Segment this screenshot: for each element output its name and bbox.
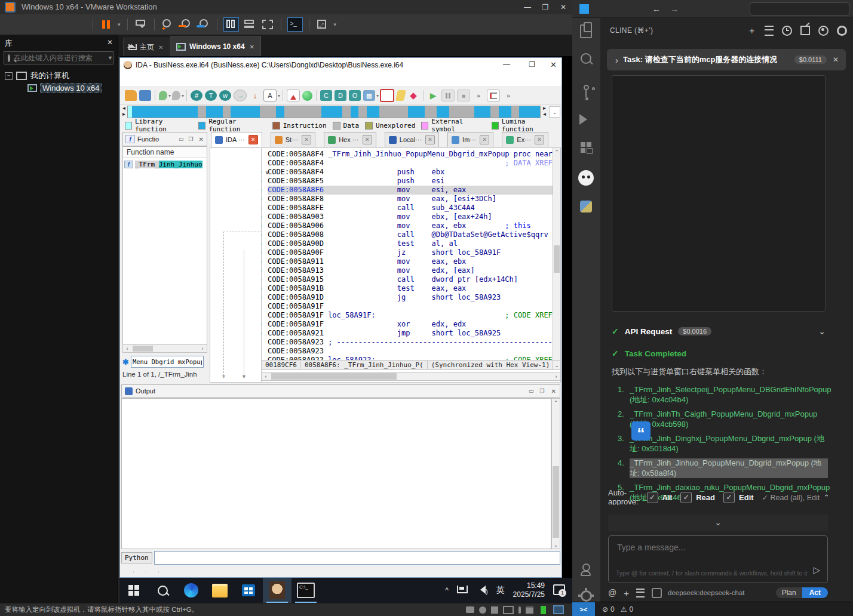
python-extension-icon[interactable]: [572, 193, 600, 220]
xrefs-icon[interactable]: →: [234, 90, 247, 101]
navband-right-arrows[interactable]: ►◄: [542, 106, 547, 119]
message-composer[interactable]: Type @ for context, / for slash commands…: [608, 535, 828, 583]
toolbar-overflow2-icon[interactable]: »: [502, 90, 514, 101]
navigation-band[interactable]: [127, 106, 541, 118]
volume-icon[interactable]: ): [476, 586, 488, 596]
show-thumbnails-icon[interactable]: [243, 18, 257, 31]
clear-filter-icon[interactable]: ✱: [122, 358, 129, 366]
disasm-hscrollbar[interactable]: ‹›: [261, 372, 561, 381]
tab-close-icon[interactable]: ✕: [302, 135, 311, 144]
offset-o-icon[interactable]: O: [349, 90, 361, 101]
save-icon[interactable]: [139, 90, 151, 101]
disasm-line[interactable]: ●CODE:0058A903 mov ebx, [eax+24h]: [268, 212, 560, 221]
disasm-line[interactable]: ●∨CODE:0058A8F4 push ebx: [268, 168, 560, 177]
send-icon[interactable]: ▷: [813, 565, 820, 575]
disasm-line[interactable]: CODE:0058A8F4 ; DATA XREF: CO: [268, 159, 560, 168]
close-icon[interactable]: ✕: [199, 136, 204, 143]
jump-marker-icon[interactable]: [159, 91, 167, 100]
disasm-line[interactable]: CODE:0058A923: [268, 347, 560, 356]
nav-flag-icon[interactable]: [287, 90, 300, 101]
ida-view-tab[interactable]: St··· ✕: [271, 132, 315, 147]
jump-marker2-icon[interactable]: [172, 91, 180, 100]
disasm-line[interactable]: ●CODE:0058A908 call @Db@TDataSet@GetActi…: [268, 230, 560, 239]
tree-root[interactable]: − 我的计算机: [5, 70, 69, 81]
disasm-line[interactable]: ●CODE:0058A8FE call sub_43C4A4: [268, 204, 560, 212]
compiler-c-icon[interactable]: C: [320, 90, 332, 101]
vmware-maximize-button[interactable]: ❐: [536, 3, 554, 11]
maximize-icon[interactable]: ▭: [179, 136, 184, 142]
float-icon[interactable]: ❐: [189, 136, 194, 142]
network-device-icon[interactable]: [503, 606, 514, 614]
disasm-line[interactable]: ●CODE:0058A911 mov eax, ebx: [268, 257, 560, 266]
disasm-line[interactable]: CODE:0058A923 ; ------------------------…: [268, 338, 560, 347]
task-card[interactable]: › Task: 请检查下当前的mcp服务器的连接情况 $0.0111 ✕: [607, 49, 846, 70]
disasm-line[interactable]: ●CODE:0058A8F6 mov esi, eax: [268, 186, 560, 195]
lumina-ball-icon[interactable]: [302, 91, 312, 101]
library-search-input[interactable]: [13, 53, 108, 63]
tray-chevron-icon[interactable]: ^: [445, 586, 449, 595]
data-d-icon[interactable]: D: [335, 90, 346, 101]
plan-toggle[interactable]: Plan: [776, 587, 802, 598]
clock[interactable]: 15:492025/7/25: [513, 581, 545, 599]
disasm-line[interactable]: ●CODE:0058A8F5 push esi: [268, 177, 560, 186]
checkbox-icon[interactable]: [723, 492, 735, 503]
disassembly-view[interactable]: CODE:0058A8F4 _TFrm_Jinh_Jinhuo_PopupMen…: [261, 147, 561, 383]
rules-icon[interactable]: [636, 589, 645, 597]
auto-approve-option[interactable]: Read: [680, 492, 715, 503]
cd-device-icon[interactable]: [479, 606, 486, 614]
floppy-device-icon[interactable]: [491, 606, 498, 614]
revert-snapshot-icon[interactable]: [179, 18, 193, 31]
float-icon[interactable]: ❐: [540, 388, 545, 394]
tab-close-icon[interactable]: ✕: [425, 135, 435, 144]
auto-approve-option[interactable]: All: [647, 492, 673, 503]
disasm-line[interactable]: CODE:0058A8F4 _TFrm_Jinh_Jinhuo_PopupMen…: [268, 150, 560, 159]
collapse-chevron-icon[interactable]: ⌄: [818, 327, 826, 336]
ida-view-tab[interactable]: Hex ··· ✕: [324, 132, 376, 147]
dropdown-icon[interactable]: ▾: [168, 93, 171, 98]
ida-close-button[interactable]: ✕: [550, 60, 557, 69]
functions-window-titlebar[interactable]: f Functio ▭ ❐ ✕: [122, 132, 207, 146]
ime-indicator[interactable]: 英: [496, 585, 505, 596]
breakpoint-diamond-icon[interactable]: ◆: [407, 90, 419, 101]
disasm-line[interactable]: ●CODE:0058A91B test eax, eax: [268, 284, 560, 293]
act-toggle[interactable]: Act: [802, 587, 828, 598]
disasm-line[interactable]: CODE:0058A91F loc_58A91F: ; CODE XREF: _…: [268, 311, 560, 320]
collapse-arrow-icon[interactable]: ∨: [265, 168, 269, 177]
hdd-device-icon[interactable]: [466, 606, 474, 613]
ida-taskbar-icon[interactable]: [263, 578, 292, 603]
library-close-icon[interactable]: ✕: [107, 38, 113, 47]
disasm-scroll-down-icon[interactable]: ⌄: [553, 360, 561, 370]
task-expand-chevron-icon[interactable]: ›: [615, 55, 618, 65]
maximize-icon[interactable]: ▭: [529, 388, 534, 394]
problems-indicator[interactable]: ⊘0 ⚠0: [602, 605, 633, 614]
output-titlebar[interactable]: Output ▭ ❐ ✕: [121, 384, 560, 398]
collapse-box-icon[interactable]: −: [5, 72, 13, 80]
cmd-taskbar-icon[interactable]: C:\_: [292, 578, 320, 603]
result-item[interactable]: 4._TFrm_Jinh_Jinhuo_PopupMenu_Dbgrid_mxP…: [618, 458, 828, 478]
nav-back-icon[interactable]: ←: [652, 4, 661, 14]
tab-close-icon[interactable]: ✕: [250, 44, 254, 50]
tab-home[interactable]: 主页 ✕: [123, 38, 168, 56]
dropdown-icon[interactable]: ▾: [278, 93, 280, 98]
start-button[interactable]: [119, 578, 148, 603]
ida-view-tab[interactable]: Im··· ✕: [447, 132, 493, 147]
tab-close-icon[interactable]: ✕: [363, 135, 372, 144]
source-control-icon[interactable]: [572, 74, 600, 100]
types-window-icon[interactable]: T: [205, 90, 217, 101]
disasm-line[interactable]: ●CODE:0058A90D test al, al: [268, 239, 560, 248]
cline-extension-icon[interactable]: [572, 165, 600, 191]
disasm-line[interactable]: ●CODE:0058A8F8 mov eax, [esi+3DCh]: [268, 195, 560, 204]
task-close-icon[interactable]: ✕: [833, 56, 839, 64]
ida-minimize-button[interactable]: —: [503, 60, 510, 69]
checkbox-icon[interactable]: [680, 492, 692, 503]
ida-restore-button[interactable]: ❐: [529, 60, 535, 69]
mcp-tools-icon[interactable]: [652, 588, 662, 598]
disasm-line[interactable]: ●CODE:0058A90F jz short loc_58A91F: [268, 248, 560, 257]
model-selector[interactable]: deepseek:deepseek-chat: [668, 589, 745, 596]
disasm-vscrollbar[interactable]: ⌃: [553, 147, 561, 369]
functions-hscrollbar[interactable]: ‹›: [122, 344, 207, 353]
vscode-search-box[interactable]: [750, 2, 849, 16]
display-device-icon[interactable]: [553, 605, 564, 614]
search-icon[interactable]: [572, 45, 600, 72]
fullscreen-icon[interactable]: [260, 18, 275, 31]
